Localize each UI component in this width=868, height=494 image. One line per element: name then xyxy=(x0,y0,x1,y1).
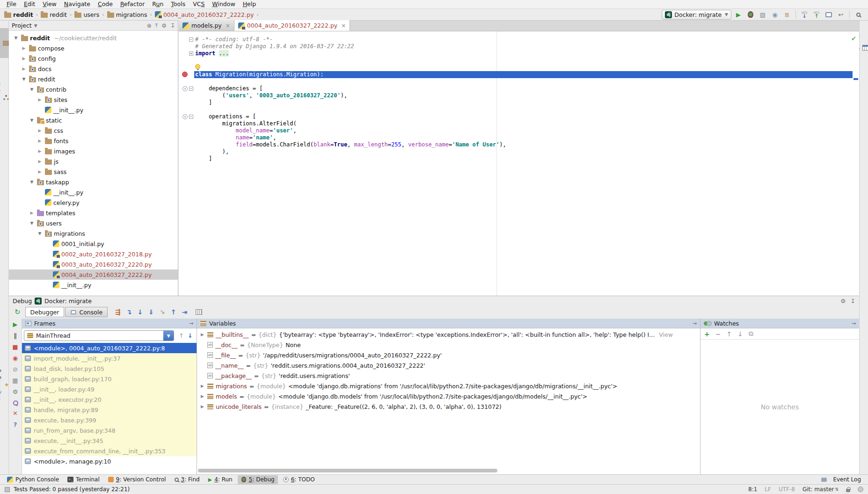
smart-step-into-icon[interactable]: ↘ xyxy=(160,309,165,315)
duplicate-icon[interactable]: ⧉ xyxy=(749,330,753,338)
resume-icon[interactable]: ▶ xyxy=(13,321,18,327)
chevron-down-icon[interactable]: ▼ xyxy=(29,118,35,123)
breadcrumb-item[interactable]: migrations xyxy=(106,11,149,18)
expand-arrow-icon[interactable]: ▶ xyxy=(200,384,205,388)
event-log-button[interactable]: Event Log xyxy=(830,475,864,484)
caret-position[interactable]: 8:1 xyxy=(748,486,757,493)
debug-tab-console[interactable]: Console xyxy=(65,307,108,317)
collapse-all-icon[interactable]: ⤒ xyxy=(155,22,158,29)
attribute-gutter-icon[interactable] xyxy=(182,114,188,119)
frame-row[interactable]: load_disk, loader.py:105 xyxy=(22,363,197,374)
chevron-right-icon[interactable]: ▶ xyxy=(36,138,43,143)
step-out-icon[interactable]: ↑ xyxy=(171,309,176,315)
view-breakpoints-icon[interactable]: ◉ xyxy=(13,355,18,361)
hide-panel-icon[interactable]: ↧ xyxy=(170,22,175,29)
variable-row[interactable]: __name__ = {str} 'reddit.users.migration… xyxy=(197,360,700,370)
frame-row[interactable]: __init__, loader.py:49 xyxy=(22,384,197,394)
debug-tab-debugger[interactable]: Debugger xyxy=(25,307,65,317)
fold-marker-icon[interactable]: − xyxy=(189,87,193,91)
frame-row[interactable]: handle, migrate.py:89 xyxy=(22,405,197,415)
chevron-right-icon[interactable]: ▶ xyxy=(21,46,27,51)
variable-row[interactable]: ▶migrations = {module} <module 'django.d… xyxy=(197,381,700,391)
intention-bulb-icon[interactable] xyxy=(195,64,200,69)
menu-item-code[interactable]: Code xyxy=(94,0,117,8)
chevron-down-icon[interactable]: ▼ xyxy=(36,231,43,236)
run-task-button[interactable]: ≣ xyxy=(782,10,792,19)
step-into-icon[interactable]: ↓ xyxy=(138,309,143,315)
chevron-down-icon[interactable]: ▼ xyxy=(13,36,19,40)
toolwindow-button-4-run[interactable]: ▶4: Run xyxy=(205,475,236,484)
encoding-indicator[interactable]: UTF-8 xyxy=(779,486,795,493)
chevron-right-icon[interactable]: ▶ xyxy=(36,149,43,153)
tree-row[interactable]: ▶fonts xyxy=(9,136,178,146)
expand-arrow-icon[interactable]: ▶ xyxy=(200,394,205,399)
chevron-right-icon[interactable]: ▶ xyxy=(36,159,43,164)
stripe-tab-1-project[interactable]: 1: Project xyxy=(0,28,9,58)
tree-row[interactable]: ▶docs xyxy=(9,64,178,74)
pause-icon[interactable]: ∥ xyxy=(14,333,17,339)
fold-marker-icon[interactable]: − xyxy=(189,37,193,42)
help-icon[interactable]: ? xyxy=(14,421,17,428)
view-link[interactable]: View xyxy=(659,331,673,338)
fold-marker-icon[interactable]: − xyxy=(189,115,193,119)
chevron-down-icon[interactable]: ▼ xyxy=(29,221,35,225)
force-step-into-icon[interactable]: ⇓ xyxy=(148,309,154,315)
chevron-right-icon[interactable]: ▶ xyxy=(29,211,35,215)
evaluate-expression-icon[interactable] xyxy=(196,309,202,315)
expand-arrow-icon[interactable]: ▶ xyxy=(200,404,205,409)
inspection-profile-icon[interactable] xyxy=(858,487,863,492)
fold-marker-icon[interactable]: + xyxy=(189,51,193,56)
stripe-tab-2-favorites[interactable]: ★2: Favorites xyxy=(0,367,9,403)
chevron-down-icon[interactable]: ▼ xyxy=(29,87,35,92)
frame-row[interactable]: build_graph, loader.py:170 xyxy=(22,374,197,384)
rerun-icon[interactable]: ↻ xyxy=(15,309,21,316)
tree-row[interactable]: __init__.py xyxy=(9,105,178,115)
debug-button[interactable] xyxy=(745,10,756,19)
panel-float-icon[interactable]: → xyxy=(852,320,856,327)
toolwindow-button-9-version-control[interactable]: 9: Version Control xyxy=(105,475,169,484)
frame-row[interactable]: <module>, manage.py:10 xyxy=(22,456,197,466)
thread-selector[interactable]: MainThread ▼ xyxy=(24,330,174,341)
menu-item-run[interactable]: Run xyxy=(148,0,167,8)
tree-row[interactable]: celery.py xyxy=(9,197,178,208)
stop-icon[interactable]: ■ xyxy=(12,344,18,350)
toolwindow-button-terminal[interactable]: Terminal xyxy=(64,475,103,484)
stripe-tab-7-structure[interactable]: 7: Structure xyxy=(0,80,9,116)
run-button[interactable]: ▶ xyxy=(733,10,744,19)
tree-row[interactable]: ▼users xyxy=(9,218,178,228)
remove-watch-icon[interactable]: − xyxy=(715,330,721,338)
frame-row[interactable]: import_module, __init__.py:37 xyxy=(22,353,197,363)
editor-tab[interactable]: 0004_auto_20160327_2222.py× xyxy=(234,20,350,31)
coverage-button[interactable]: ▨ xyxy=(758,10,768,19)
close-icon[interactable]: × xyxy=(341,22,346,29)
menu-item-window[interactable]: Window xyxy=(208,0,239,8)
menu-item-edit[interactable]: Edit xyxy=(20,0,39,8)
chevron-right-icon[interactable]: ▶ xyxy=(21,56,27,61)
pin-icon[interactable] xyxy=(13,400,18,405)
tree-row[interactable]: ▶css xyxy=(9,125,178,136)
stripe-tab-database[interactable]: Database xyxy=(860,33,868,63)
close-icon[interactable]: ✕ xyxy=(13,410,18,416)
line-ending-indicator[interactable]: LF xyxy=(765,486,771,493)
search-everywhere-button[interactable] xyxy=(853,10,863,19)
menu-item-tools[interactable]: Tools xyxy=(167,0,189,8)
status-icon[interactable] xyxy=(5,487,10,492)
menu-item-navigate[interactable]: Navigate xyxy=(60,0,94,8)
tree-row[interactable]: ▶sass xyxy=(9,167,178,177)
breakpoint-icon[interactable] xyxy=(182,72,188,77)
chevron-right-icon[interactable]: ▶ xyxy=(36,169,43,174)
frame-row[interactable]: run_from_argv, base.py:348 xyxy=(22,425,197,436)
panel-float-icon[interactable]: → xyxy=(693,320,697,327)
gear-icon[interactable]: ⚙ xyxy=(161,22,167,29)
mute-breakpoints-icon[interactable]: ⊘ xyxy=(13,366,18,372)
run-to-cursor-icon[interactable]: ⇥ xyxy=(182,309,187,315)
tree-row[interactable]: ▶sites xyxy=(9,94,178,105)
update-project-button[interactable]: VCS↓ xyxy=(799,10,810,19)
toolwindow-button-6-todo[interactable]: 6: TODO xyxy=(280,475,318,484)
close-icon[interactable]: × xyxy=(226,22,230,29)
show-execution-point-icon[interactable]: ⇶ xyxy=(115,309,121,315)
variable-row[interactable]: __package__ = {str} 'reddit.users.migrat… xyxy=(197,370,700,381)
tree-row[interactable]: ▼reddit~/cookiecutter/reddit xyxy=(9,33,178,43)
tree-row[interactable]: 0001_initial.py xyxy=(9,239,178,249)
code-area[interactable]: −# -*- coding: utf-8 -*-# Generated by D… xyxy=(179,31,859,296)
